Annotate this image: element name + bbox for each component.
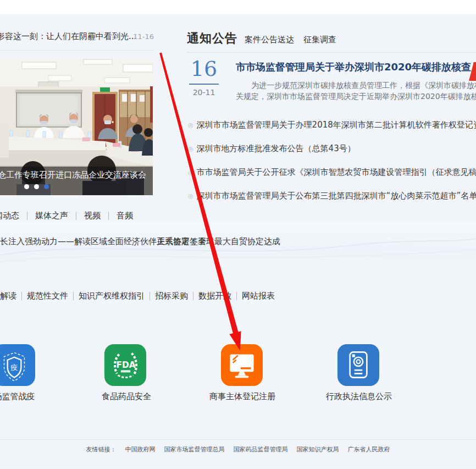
- notice-item-row: ◎ 市市场监管局关于公开征求《深圳市智慧农贸市场建设管理指引（征求意见稿）》..…: [188, 166, 476, 178]
- footer-link-gd-gov[interactable]: 广东省人民政府: [348, 445, 390, 454]
- divider: [73, 292, 74, 300]
- shield-epidemic-icon: 疫: [0, 344, 35, 386]
- featured-summary-line2: 关规定，深圳市市场监督管理局决定于近期举办深圳市2020年碳排放核查员专业知: [236, 92, 476, 102]
- notice-item-link[interactable]: 深圳市市场监督管理局关于公布第三批第四批深圳市“放心肉菜示范超市”名单的...: [197, 191, 476, 201]
- notice-divider: [187, 52, 476, 53]
- carousel-dots: [24, 184, 49, 189]
- card-business-registration[interactable]: [221, 344, 263, 386]
- divider: [27, 212, 27, 220]
- carousel-caption[interactable]: 仓工作专班召开进口冻品企业交流座谈会: [0, 170, 153, 180]
- quick-link-ip-guide[interactable]: 知识产权维权指引: [79, 291, 145, 301]
- svg-text:FDA: FDA: [116, 360, 135, 370]
- left-news-link[interactable]: 形容这一刻：让人们在阴霾中看到光...: [0, 31, 135, 42]
- notice-item-link[interactable]: 深圳市地方标准批准发布公告（总第43号）: [197, 144, 356, 154]
- notice-section-title: 通知公告: [187, 30, 237, 47]
- notice-item-row: ◎ 深圳市市场监督管理局关于公布第三批第四批深圳市“放心肉菜示范超市”名单的..…: [188, 190, 476, 202]
- card-epidemic-supervision[interactable]: 疫: [0, 344, 35, 386]
- tab-survey[interactable]: 征集调查: [303, 35, 336, 45]
- left-divider: [0, 50, 153, 51]
- camera-icon: [337, 344, 379, 386]
- divider: [21, 292, 22, 300]
- notice-item-row: ◎ 深圳市市场监督管理局关于办理2018年深圳市第二批计算机软件著作权登记资助领: [188, 119, 476, 131]
- left-news-row: 形容这一刻：让人们在阴霾中看到光... 11-16: [0, 31, 156, 43]
- featured-date-badge: 16 20-11: [189, 56, 219, 97]
- list-bullet-icon: ◎: [188, 192, 193, 200]
- carousel-dot-3-active[interactable]: [44, 184, 49, 189]
- footer-link-gov-cn[interactable]: 中国政府网: [125, 445, 156, 454]
- carousel-dot-1[interactable]: [24, 184, 29, 189]
- card-epidemic-label[interactable]: 场监管战疫: [0, 391, 58, 402]
- news-carousel-photo[interactable]: 仓工作专班召开进口冻品企业交流座谈会: [0, 59, 153, 195]
- carousel-caption-bar: 仓工作专班召开进口冻品企业交流座谈会: [0, 167, 153, 195]
- featured-headline-link[interactable]: 市市场监督管理局关于举办深圳市2020年碳排放核查员专业知: [236, 60, 476, 74]
- list-bullet-icon: ◎: [188, 122, 193, 129]
- footer-links: 友情链接： 中国政府网 国家市场监督管理总局 国家药品监督管理局 国家知识产权局…: [0, 445, 476, 454]
- media-nav-video[interactable]: 视频: [84, 211, 101, 221]
- divider: [108, 212, 109, 220]
- card-food-drug-safety[interactable]: FDA: [104, 344, 146, 386]
- divider: [193, 292, 193, 300]
- quick-link-site-report[interactable]: 网站报表: [242, 291, 275, 301]
- card-food-drug-label[interactable]: 食品药品安全: [82, 391, 170, 402]
- svg-text:疫: 疫: [10, 363, 18, 372]
- media-nav: 闻动态 媒体之声 视频 音频: [0, 211, 133, 221]
- top-white-strip: [0, 0, 476, 15]
- ticker-item-2[interactable]: 正式签署！全球最大自贸协定达成: [157, 236, 280, 247]
- featured-summary-line1: 为进一步规范深圳市碳排放核查员管理工作，根据《深圳市碳排放权交易管理暂: [236, 81, 476, 91]
- list-bullet-icon: ◎: [188, 169, 193, 176]
- fda-wreath-icon: FDA: [104, 344, 146, 386]
- date-badge-line: [189, 84, 219, 85]
- divider: [150, 292, 150, 300]
- divider: [76, 212, 76, 220]
- divider: [236, 292, 237, 300]
- footer-link-samr[interactable]: 国家市场监督管理总局: [164, 445, 225, 454]
- news-ticker: 长注入强劲动力——解读区域全面经济伙伴关系协定签署 ◎ 正式签署！全球最大自贸协…: [0, 236, 476, 249]
- left-news-date: 11-16: [133, 32, 154, 41]
- tab-case-announcements[interactable]: 案件公告送达: [245, 35, 294, 45]
- media-nav-audio[interactable]: 音频: [117, 211, 133, 221]
- card-law-enforcement-info[interactable]: [337, 344, 379, 386]
- list-bullet-icon: ◎: [188, 145, 193, 152]
- monitor-icon: [221, 344, 263, 386]
- footer-link-nmpa[interactable]: 国家药品监督管理局: [234, 445, 288, 454]
- card-enforcement-label[interactable]: 行政执法信息公示: [315, 391, 403, 402]
- quick-link-normative-docs[interactable]: 规范性文件: [27, 291, 68, 301]
- quick-link-bidding[interactable]: 招标采购: [155, 291, 188, 301]
- featured-day: 16: [189, 56, 219, 81]
- card-business-label[interactable]: 商事主体登记注册: [198, 391, 286, 402]
- quick-link-open-data[interactable]: 数据开放: [198, 291, 231, 301]
- footer-link-cnipa[interactable]: 国家知识产权局: [297, 445, 339, 454]
- quick-link-interpretation[interactable]: 解读: [0, 291, 16, 301]
- footer-divider: [0, 439, 476, 440]
- carousel-dot-2[interactable]: [34, 184, 39, 189]
- notice-item-link[interactable]: 深圳市市场监督管理局关于办理2018年深圳市第二批计算机软件著作权登记资助领: [197, 120, 476, 130]
- footer-label: 友情链接：: [86, 445, 117, 454]
- media-nav-voice[interactable]: 媒体之声: [35, 211, 68, 221]
- ticker-bullet-icon: ◎: [147, 239, 152, 245]
- notice-item-row: ◎ 深圳市地方标准批准发布公告（总第43号）: [188, 142, 476, 155]
- media-nav-news[interactable]: 闻动态: [0, 211, 19, 221]
- notice-item-link[interactable]: 市市场监管局关于公开征求《深圳市智慧农贸市场建设管理指引（征求意见稿）》...: [197, 167, 476, 178]
- featured-month: 20-11: [189, 88, 219, 97]
- quick-links-row: 解读 规范性文件 知识产权维权指引 招标采购 数据开放 网站报表: [0, 291, 275, 301]
